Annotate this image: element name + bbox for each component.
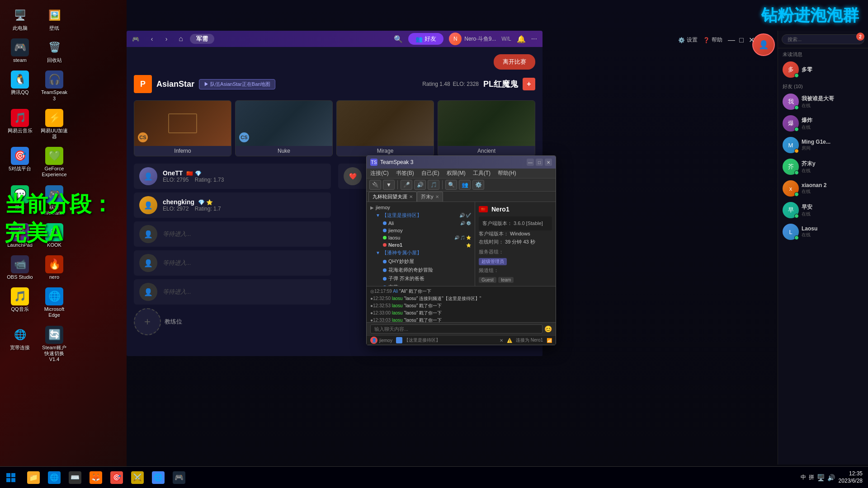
desktop-icon-obs[interactable]: 📹 OBS Studio [5, 253, 35, 282]
ts-menu-help[interactable]: 帮助(H) [498, 169, 516, 177]
window-maximize-button[interactable]: □ [738, 37, 745, 44]
desktop-icon-netease-music[interactable]: 🎵 网易云音乐 [5, 107, 35, 141]
ts-tool-connect-btn[interactable]: 🔌 [369, 180, 381, 190]
taskbar-cs2[interactable]: 🎯 [107, 468, 127, 488]
ts-user-jiemoy[interactable]: jiemoy [374, 227, 473, 234]
start-button[interactable] [0, 467, 22, 488]
desktop-icon-recycle[interactable]: 🗑️ 回收站 [39, 37, 70, 65]
volume-icon[interactable]: 🔊 [827, 474, 835, 481]
taskbar-cmd[interactable]: ⌨️ [65, 468, 85, 488]
ts-user-ali[interactable]: Ali 🔊 ⚙️ [374, 220, 473, 227]
nav-forward-button[interactable]: › [161, 33, 172, 44]
bell-button[interactable]: 🔔 [517, 35, 526, 43]
ts-user-bullet[interactable]: 子弹 芥末的爸爸 [374, 274, 473, 283]
ts-channel-waiting[interactable]: ▼ 【这里是接待区】 🔊 ✔️ [374, 211, 473, 220]
desktop-icon-teamspeak[interactable]: 🎧 TeamSpeak 3 [39, 69, 70, 103]
friend-item-2[interactable]: 爆 爆炸 在线 [778, 113, 868, 134]
ts-status-close-icon[interactable]: ✕ [500, 338, 503, 343]
map-card-ancient[interactable]: Ancient [438, 100, 535, 156]
ts-tool-search-btn[interactable]: 🔍 [445, 180, 457, 190]
desktop-icon-steam-switch[interactable]: 🔄 Steam账户快速切换 V1.4 [39, 324, 70, 365]
nav-home-button[interactable]: ⌂ [175, 33, 186, 44]
desktop-icon-edge[interactable]: 🌐 Microsoft Edge [39, 286, 70, 320]
desktop-icon-uu[interactable]: ⚡ 网易UU加速器 [39, 107, 70, 141]
friend-item-laosu[interactable]: L Laosu 在线 [778, 221, 868, 243]
desktop-icon-geforce[interactable]: 💚 GeForce Experience [39, 145, 70, 179]
ts-user-laosu[interactable]: laosu 🔊 🎵 ⭐ [374, 234, 473, 241]
map-card-nuke[interactable]: CS Nuke [235, 100, 333, 156]
ts-server-root[interactable]: ▶ jiemoy [368, 204, 473, 211]
unread-user-item[interactable]: 多 多零 [778, 59, 868, 80]
ts-menu-tools[interactable]: 工具(T) [473, 169, 491, 177]
desktop-icon-5v5[interactable]: 🎯 5对战平台 [5, 145, 35, 179]
window-close-button[interactable]: ✕ [748, 37, 755, 44]
desktop-icon-wallpaper[interactable]: 🖼️ 壁纸 [39, 5, 70, 33]
friend-item-1[interactable]: 我 我被谁是大哥 在线 [778, 91, 868, 113]
friend-item-6[interactable]: 早 早安 在线 [778, 199, 868, 221]
input-method-icon[interactable]: 中 [801, 474, 806, 481]
nav-back-button[interactable]: ‹ [146, 33, 157, 44]
desktop-icon-nero[interactable]: 🔥 nero [39, 253, 70, 282]
map-inferno-name: Inferno [134, 146, 231, 156]
taskbar-lol[interactable]: ⚔️ [127, 468, 147, 488]
ts-menu-bookmarks[interactable]: 书签(B) [396, 169, 414, 177]
ts-tool-mute-btn[interactable]: 🎤 [401, 180, 412, 190]
ts-tab-1[interactable]: 九杯轮回望夫涯 ✕ [368, 192, 417, 202]
ts-tool-speaker-btn[interactable]: 🔊 [414, 180, 426, 190]
nav-breadcrumb[interactable]: 军需 [190, 34, 214, 44]
desktop-icon-broadband[interactable]: 🌐 宽带连接 [5, 324, 35, 365]
map-card-inferno[interactable]: CS Inferno [134, 100, 231, 156]
ts-toolbar: 🔌 ▼ 🎤 🔊 🎵 🔍 👥 ⚙️ [367, 178, 556, 192]
top-user-avatar[interactable]: 👤 [752, 33, 775, 56]
ts-minimize-button[interactable]: — [527, 159, 534, 166]
friends-button[interactable]: 👥 好友 [408, 33, 443, 45]
desktop-icon-steam[interactable]: 🎮 steam [5, 37, 35, 65]
ts-user-jinglan[interactable]: 京蓝 [374, 283, 473, 286]
taskbar-file-explorer[interactable]: 📁 [24, 468, 43, 488]
ts-tab2-close[interactable]: ✕ [435, 194, 439, 199]
desktop-icon-pc[interactable]: 🖥️ 此电脑 [5, 5, 35, 33]
window-minimize-button[interactable]: — [728, 37, 735, 44]
ts-menu-self[interactable]: 自己(E) [421, 169, 439, 177]
map-card-mirage[interactable]: Mirage [336, 100, 434, 156]
search-icon[interactable]: 🔍 [394, 35, 403, 43]
desktop-icon-qq[interactable]: 🐧 腾讯QQ [5, 69, 35, 103]
settings-button[interactable]: ⚙️ 设置 [678, 36, 698, 44]
desktop-icon-qq-music[interactable]: 🎵 QQ音乐 [5, 286, 35, 320]
screen-icon[interactable]: 🖥️ [817, 474, 825, 481]
map-card-mirage-container: Mirage [336, 100, 434, 156]
ts-user-qhy[interactable]: QHY妙妙屋 [374, 257, 473, 266]
help-button[interactable]: ❓ 帮助 [703, 36, 722, 44]
taskbar-chrome[interactable]: 🌐 [148, 468, 168, 488]
leave-match-button[interactable]: 离开比赛 [494, 54, 535, 70]
ts-tool-arrow-btn[interactable]: ▼ [383, 180, 395, 190]
rfp-search-input[interactable] [782, 34, 864, 44]
ts-tool-settings-btn[interactable]: ⚙️ [472, 180, 484, 190]
ts-channel-temple[interactable]: ▼ 【潘神专属小屋】 [374, 249, 473, 257]
ts-tab-2[interactable]: 芥末y ✕ [417, 192, 443, 202]
ts-tab1-close[interactable]: ✕ [409, 194, 413, 199]
ts-menu-connect[interactable]: 连接(C) [370, 169, 389, 177]
friend-item-5[interactable]: x xiaonan 2 在线 [778, 178, 868, 199]
ts-menu-permissions[interactable]: 权限(M) [447, 169, 466, 177]
taskbar-clock[interactable]: 12:35 2023/6/28 [839, 470, 863, 484]
taskbar-edge[interactable]: 🌐 [44, 468, 64, 488]
pinyin-icon[interactable]: 拼 [809, 474, 814, 481]
ts-tool-music-btn[interactable]: 🎵 [428, 180, 439, 190]
more-button[interactable]: ··· [531, 35, 537, 43]
ts-chat-input[interactable] [370, 324, 542, 333]
ts-tool-users-btn[interactable]: 👥 [459, 180, 471, 190]
taskbar-steam-pinned[interactable]: 🎮 [169, 468, 189, 488]
ts-close-button[interactable]: ✕ [545, 159, 552, 166]
friend-item-4[interactable]: 芥 芥末y 在线 [778, 156, 868, 178]
taskbar-fox[interactable]: 🦊 [86, 468, 106, 488]
friend-item-3[interactable]: M Ming G1e... 房间 [778, 134, 868, 156]
ts-emoji-button[interactable]: 😊 [544, 325, 552, 333]
ts-user-flower[interactable]: 花海老师的奇妙冒险 [374, 266, 473, 274]
winlose-button[interactable]: W/L [501, 36, 511, 42]
coach-avatar-slot[interactable]: + [134, 308, 161, 335]
ts-user-nero1[interactable]: Nero1 ⭐ [374, 241, 473, 249]
ts-maximize-button[interactable]: □ [536, 159, 543, 166]
map-card-ancient-container: Ancient [438, 100, 535, 156]
header-user[interactable]: N Nero·斗鱼9... [449, 33, 496, 45]
